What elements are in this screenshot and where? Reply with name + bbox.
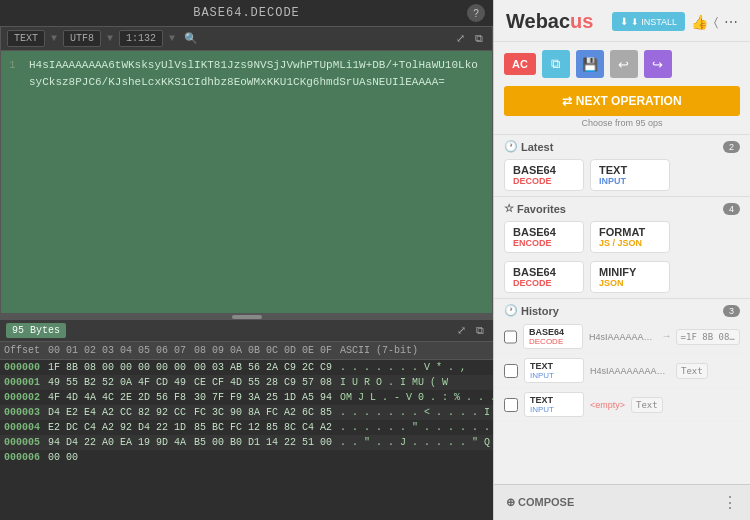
line-number: 1 [9,57,29,307]
hex-ascii: I U R O . I MU ( W [336,375,493,390]
fav-minify-title: MINIFY [599,266,661,278]
compose-more-button[interactable]: ⋮ [722,493,738,512]
hex-bytes-2: 00 03 AB 56 2A C9 2C C9 [190,360,336,376]
history-result-1: =1F 8B 08 00 0... [676,329,740,345]
hex-expand-icon[interactable]: ⤢ [454,323,469,338]
history-header: 🕐 History 3 [494,299,750,320]
fav-base64-encode-sub: ENCODE [513,238,575,248]
fav-base64-decode-sub: DECODE [513,278,575,288]
save-button[interactable]: 💾 [576,50,604,78]
compose-bar: ⊕ COMPOSE ⋮ [494,484,750,520]
text-toolbar: TEXT ▼ UTF8 ▼ 1:132 ▼ 🔍 ⤢ ⧉ [1,27,492,51]
webacus-header: Webacus ⬇ ⬇ INSTALL 👍 〈 ⋯ [494,0,750,42]
panel-header: BASE64.DECODE ? [0,0,493,26]
hex-bytes-1: 00 00 [44,450,190,465]
table-row: 000002 4F 4D 4A 4C 2E 2D 56 F8 30 7F F9 … [0,390,493,405]
history-item-3: TEXT INPUT <empty> Text [494,388,750,422]
text-area-section: TEXT ▼ UTF8 ▼ 1:132 ▼ 🔍 ⤢ ⧉ 1 H4sIAAAAAA… [0,26,493,314]
divider-handle [232,315,262,319]
history-preview-3: <empty> [590,400,625,410]
text-content-area[interactable]: 1 H4sIAAAAAAAA6tWKsksyUlVslIKT81Jzs9NVSj… [1,51,492,313]
next-operation-button[interactable]: ⇄ NEXT OPERATION [504,86,740,116]
history-checkbox-1[interactable] [504,330,517,344]
hex-bytes-2: 30 7F F9 3A 25 1D A5 94 [190,390,336,405]
help-button[interactable]: ? [467,4,485,22]
panel-title: BASE64.DECODE [193,6,300,20]
hex-bytes-1: 94 D4 22 A0 EA 19 9D 4A [44,435,190,450]
fav-card-format[interactable]: FORMAT JS / JSON [590,221,670,253]
history-card-1-sub: DECODE [529,337,577,346]
copy-icon[interactable]: ⧉ [472,31,486,46]
col-offset: Offset [0,342,44,360]
hex-ascii: . . . . . . . V * . , [336,360,493,376]
favorites-label: Favorites [517,203,566,215]
history-card-3[interactable]: TEXT INPUT [524,392,584,417]
history-card-1-title: BASE64 [529,327,577,337]
fav-card-base64-encode[interactable]: BASE64 ENCODE [504,221,584,253]
hex-bytes-1: 1F 8B 08 00 00 00 00 00 [44,360,190,376]
history-preview-2: H4sIAAAAAAAA6tWKskyU/... [590,366,670,376]
hex-offset: 000002 [0,390,44,405]
hex-offset: 000001 [0,375,44,390]
hex-bytes-1: 4F 4D 4A 4C 2E 2D 56 F8 [44,390,190,405]
hex-copy-icon[interactable]: ⧉ [473,323,487,338]
hex-ascii: . . . . . . " . . . . . . . . [336,420,493,435]
latest-card-text-title: TEXT [599,164,661,176]
table-row: 000004 E2 DC C4 A2 92 D4 22 1D 85 BC FC … [0,420,493,435]
webacus-logo: Webacus [506,10,593,33]
hex-offset: 000003 [0,405,44,420]
latest-card-base64-sub: DECODE [513,176,575,186]
share-button[interactable]: 〈 [714,15,718,29]
col-hex2: 08 09 0A 0B 0C 0D 0E 0F [190,342,336,360]
star-icon: ☆ [504,202,514,215]
hex-offset: 000006 [0,450,44,465]
favorites-cards-row1: BASE64 ENCODE FORMAT JS / JSON [494,218,750,258]
fav-base64-decode-title: BASE64 [513,266,575,278]
history-card-1[interactable]: BASE64 DECODE [523,324,583,349]
install-button[interactable]: ⬇ ⬇ INSTALL [612,12,685,31]
redo-button[interactable]: ↪ [644,50,672,78]
right-panel: Webacus ⬇ ⬇ INSTALL 👍 〈 ⋯ AC ⧉ 💾 ↩ ↪ ⇄ N… [493,0,750,520]
fav-format-sub: JS / JSON [599,238,661,248]
latest-label: Latest [521,141,553,153]
hex-section: 95 Bytes ⤢ ⧉ Offset 00 01 02 03 04 05 06… [0,320,493,520]
history-arrow-1: → [664,331,670,342]
more-button[interactable]: ⋯ [724,14,738,30]
expand-icon[interactable]: ⤢ [453,31,468,46]
latest-card-text[interactable]: TEXT INPUT [590,159,670,191]
next-op-wrap: ⇄ NEXT OPERATION Choose from 95 ops [494,86,750,134]
latest-section-header: 🕐 Latest 2 [494,134,750,156]
hex-table: Offset 00 01 02 03 04 05 06 07 08 09 0A … [0,342,493,465]
history-label: History [521,305,559,317]
history-checkbox-2[interactable] [504,364,518,378]
like-button[interactable]: 👍 [691,14,708,30]
latest-cards: BASE64 DECODE TEXT INPUT [494,156,750,196]
history-item-1: BASE64 DECODE H4sIAAAAAAAA6tWKskyU... → … [494,320,750,354]
latest-count: 2 [723,141,740,153]
search-icon[interactable]: 🔍 [181,31,201,46]
table-row: 000003 D4 E2 E4 A2 CC 82 92 CC FC 3C 90 … [0,405,493,420]
copy-button[interactable]: ⧉ [542,50,570,78]
history-card-2-sub: INPUT [530,371,578,380]
fav-card-minify[interactable]: MINIFY JSON [590,261,670,293]
latest-card-base64[interactable]: BASE64 DECODE [504,159,584,191]
hex-size-badge: 95 Bytes [6,323,66,338]
compose-button[interactable]: ⊕ COMPOSE [506,496,574,509]
hex-ascii: . . . . . . . < . . . . I . . [336,405,493,420]
next-op-sub: Choose from 95 ops [504,118,740,128]
download-icon: ⬇ [620,16,628,27]
fav-base64-encode-title: BASE64 [513,226,575,238]
favorites-count: 4 [723,203,740,215]
history-card-2[interactable]: TEXT INPUT [524,358,584,383]
hex-table-wrap[interactable]: Offset 00 01 02 03 04 05 06 07 08 09 0A … [0,342,493,520]
hex-toolbar: 95 Bytes ⤢ ⧉ [0,320,493,342]
table-row: 000006 00 00 [0,450,493,465]
history-section: 🕐 History 3 BASE64 DECODE H4sIAAAAAAAA6t… [494,298,750,484]
hex-offset: 000005 [0,435,44,450]
text-content: H4sIAAAAAAAA6tWKsksyUlVslIKT81Jzs9NVSjJV… [29,57,484,307]
history-count: 3 [723,305,740,317]
undo-button[interactable]: ↩ [610,50,638,78]
history-checkbox-3[interactable] [504,398,518,412]
ac-button[interactable]: AC [504,53,536,75]
fav-card-base64-decode[interactable]: BASE64 DECODE [504,261,584,293]
